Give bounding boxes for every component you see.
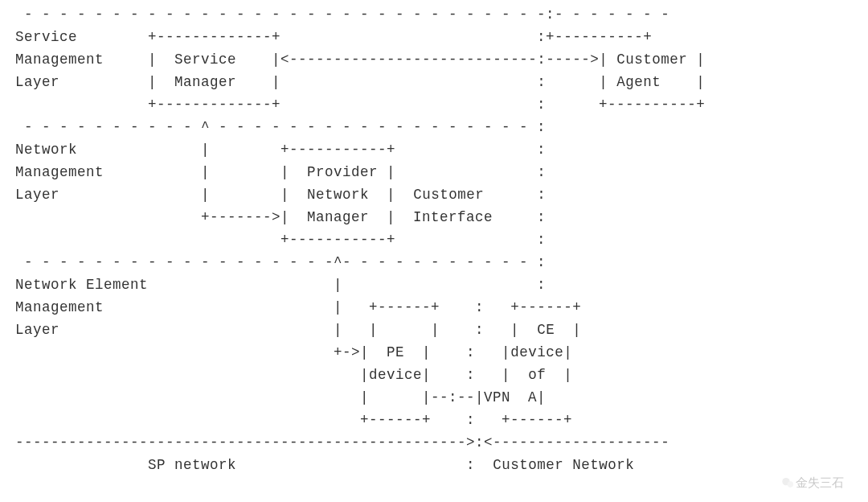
row: Management | +------+ : +------+ xyxy=(6,299,581,315)
row: Network Element | : xyxy=(6,277,546,293)
row: Management | Service |<-----------------… xyxy=(6,51,705,68)
row: Layer | | Network | Customer : xyxy=(6,187,546,203)
pe-l2: device xyxy=(369,367,422,383)
row: +------->| Manager | Interface : xyxy=(6,209,546,225)
row: |device| : | of | xyxy=(6,367,572,383)
layer-element-l1: Network Element xyxy=(15,277,148,293)
row: +-----------+ : xyxy=(6,232,546,248)
service-manager-l1: Service xyxy=(174,51,236,68)
row: Service +-------------+ :+----------+ xyxy=(6,29,652,45)
row: +->| PE | : |device| xyxy=(6,344,572,360)
row: +------+ : +------+ xyxy=(6,412,572,428)
row: | |--:--|VPN A| xyxy=(6,389,546,405)
ascii-diagram: - - - - - - - - - - - - - - - - - - - - … xyxy=(0,0,868,479)
ce-l2: device xyxy=(510,344,563,360)
layer-network-l3: Layer xyxy=(15,187,59,203)
layer-service-l3: Layer xyxy=(15,74,59,90)
sp-network-label: SP network xyxy=(148,457,236,473)
ce-l4: VPN A xyxy=(484,389,537,405)
row: ----------------------------------------… xyxy=(6,434,669,451)
layer-network-l1: Network xyxy=(15,142,77,158)
row: Management | | Provider | : xyxy=(6,164,546,180)
row: Layer | Manager | : | Agent | xyxy=(6,74,705,90)
layer-element-l3: Layer xyxy=(15,322,59,338)
customer-agent-l2: Agent xyxy=(616,74,661,90)
service-manager-l2: Manager xyxy=(174,74,236,90)
cust-if-l1: Customer xyxy=(413,187,484,203)
cust-if-l2: Interface xyxy=(413,209,493,225)
layer-element-l2: Management xyxy=(15,299,104,315)
layer-network-l2: Management xyxy=(15,164,104,180)
row: +-------------+ : +----------+ xyxy=(6,97,705,113)
customer-network-label: Customer Network xyxy=(493,457,634,473)
row: - - - - - - - - - - - - - - - - - -^- - … xyxy=(6,254,546,270)
ce-l1: CE xyxy=(537,322,555,338)
layer-service-l1: Service xyxy=(15,29,77,45)
row: - - - - - - - - - - - - - - - - - - - - … xyxy=(6,6,669,23)
row: SP network : Customer Network xyxy=(6,457,634,473)
row: Network | +-----------+ : xyxy=(6,142,546,158)
row: Layer | | | : | CE | xyxy=(6,322,581,338)
row: - - - - - - - - - - ^ - - - - - - - - - … xyxy=(6,119,546,135)
layer-service-l2: Management xyxy=(15,51,104,68)
ce-l3: of xyxy=(528,367,546,383)
customer-agent-l1: Customer xyxy=(616,51,687,68)
pnm-l3: Manager xyxy=(307,209,369,225)
pe-l1: PE xyxy=(387,344,404,360)
pnm-l1: Provider xyxy=(307,164,378,180)
pnm-l2: Network xyxy=(307,187,369,203)
